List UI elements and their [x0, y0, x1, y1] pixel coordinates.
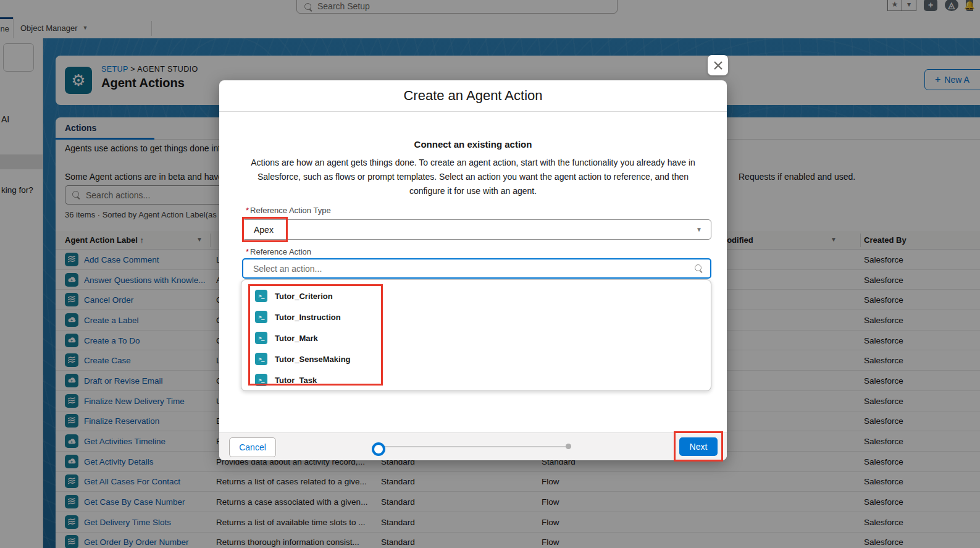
reference-action-combobox[interactable]: Select an action... — [242, 258, 711, 279]
listbox-option-label: Tutor_Criterion — [275, 292, 333, 301]
apex-icon: >_ — [255, 332, 267, 344]
listbox-option-label: Tutor_Instruction — [275, 313, 341, 322]
listbox-option-label: Tutor_Mark — [275, 334, 318, 343]
create-agent-action-modal: Create an Agent Action Connect an existi… — [219, 80, 727, 460]
modal-description: Actions are how an agent gets things don… — [245, 156, 701, 198]
modal-title: Create an Agent Action — [219, 80, 727, 112]
reference-action-type-label: *Reference Action Type — [246, 206, 331, 215]
reference-action-label: *Reference Action — [246, 247, 311, 256]
reference-action-type-select[interactable]: Apex ▼ — [242, 219, 711, 240]
listbox-option[interactable]: >_Tutor_Mark — [241, 327, 711, 348]
apex-icon: >_ — [255, 311, 267, 323]
listbox-option[interactable]: >_Tutor_Task — [241, 369, 711, 390]
required-asterisk: * — [246, 206, 249, 215]
progress-track — [385, 446, 567, 447]
required-asterisk: * — [246, 247, 249, 256]
reference-action-type-value: Apex — [254, 225, 274, 235]
next-button[interactable]: Next — [679, 437, 718, 456]
salesforce-setup-page: Search Setup ★ ▾ + ◬ 🔔 ne Object Manager… — [0, 0, 980, 548]
apex-icon: >_ — [255, 353, 267, 365]
reference-action-placeholder: Select an action... — [253, 264, 322, 274]
progress-step-inactive — [566, 444, 571, 449]
listbox-option-label: Tutor_SenseMaking — [275, 355, 351, 364]
listbox-option[interactable]: >_Tutor_SenseMaking — [241, 348, 711, 369]
listbox-option-label: Tutor_Task — [275, 376, 317, 385]
chevron-down-icon: ▼ — [696, 226, 702, 233]
reference-action-listbox: >_Tutor_Criterion>_Tutor_Instruction>_Tu… — [241, 279, 711, 391]
listbox-option[interactable]: >_Tutor_Criterion — [241, 285, 711, 306]
cancel-button[interactable]: Cancel — [229, 437, 276, 457]
close-icon[interactable] — [708, 55, 728, 75]
apex-icon: >_ — [255, 374, 267, 386]
apex-icon: >_ — [255, 290, 267, 302]
search-icon — [695, 264, 703, 272]
modal-heading: Connect an existing action — [219, 139, 727, 150]
listbox-option[interactable]: >_Tutor_Instruction — [241, 306, 711, 327]
progress-step-active — [372, 442, 385, 456]
